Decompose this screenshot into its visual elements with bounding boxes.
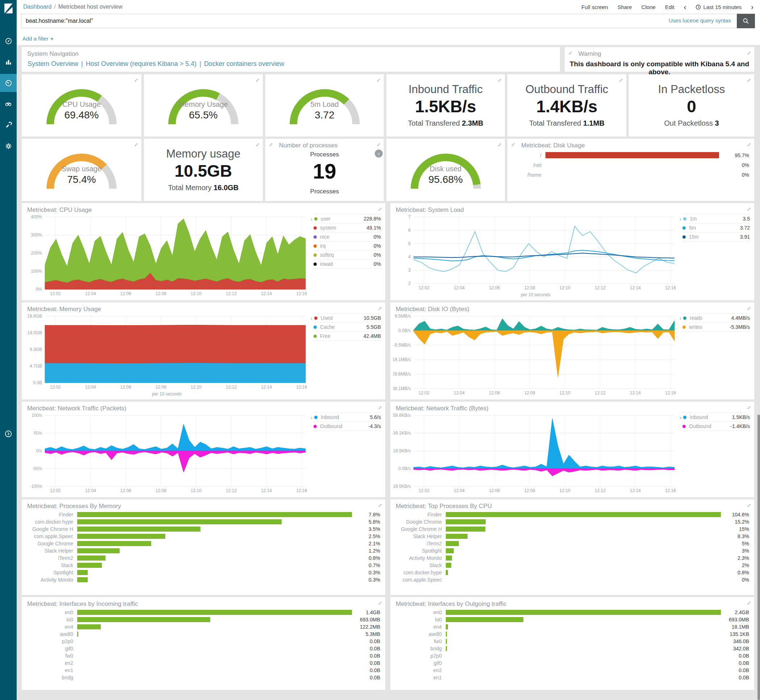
- expand-panel-icon[interactable]: ↕: [133, 77, 139, 83]
- legend-item[interactable]: Free42.4MB: [313, 331, 381, 341]
- edit-button[interactable]: Edit: [665, 4, 674, 10]
- legend-expand-icon[interactable]: ›: [310, 216, 312, 222]
- legend-item[interactable]: nice0%: [313, 232, 381, 241]
- expand-panel-icon[interactable]: ↕: [510, 142, 516, 148]
- legend-item[interactable]: writes-5.3MB/s: [682, 322, 750, 332]
- expand-panel-icon[interactable]: ↕: [746, 600, 752, 606]
- bar: [446, 570, 448, 575]
- add-filter-button[interactable]: Add a filter+: [22, 36, 53, 42]
- nav-link[interactable]: Docker containers overview: [204, 60, 284, 67]
- bar-value: 0.0B: [721, 660, 749, 666]
- nav-link[interactable]: Host Overview (requires Kibana > 5.4): [86, 60, 197, 67]
- legend-value: -1.4KB/s: [730, 423, 750, 429]
- bar-label: en1: [395, 675, 446, 680]
- expand-panel-icon[interactable]: ↕: [497, 142, 503, 148]
- legend-item[interactable]: ›1m3.5: [682, 214, 750, 223]
- legend-expand-icon[interactable]: ›: [680, 414, 682, 420]
- bar-label: Slack: [395, 562, 446, 568]
- bar-value: 5.8%: [352, 519, 380, 525]
- bar: [77, 617, 210, 622]
- bar-track: [446, 661, 721, 666]
- expand-panel-icon[interactable]: ↕: [133, 142, 139, 148]
- bar-row: Activity Monito0.3%: [26, 576, 380, 583]
- bar: [446, 639, 447, 644]
- legend-label: Outbound: [689, 423, 730, 429]
- sidebar-item-timelion[interactable]: [0, 95, 17, 113]
- expand-panel-icon[interactable]: ↕: [376, 77, 382, 83]
- legend-item[interactable]: 5m3.72: [682, 223, 750, 232]
- time-back-button[interactable]: ‹: [684, 3, 686, 11]
- svg-text:12:02: 12:02: [418, 488, 429, 493]
- chart-canvas: 100/s50/s0/s-50/s-100/s12:0212:0412:0612…: [25, 412, 309, 494]
- bar-value: 15%: [721, 526, 749, 532]
- kibana-logo[interactable]: [0, 0, 17, 17]
- legend-item[interactable]: Cache5.5GB: [313, 322, 381, 331]
- legend-item[interactable]: Outbound-4.3/s: [313, 422, 381, 431]
- nav-link[interactable]: System Overview: [28, 60, 78, 67]
- legend-expand-icon[interactable]: ›: [310, 315, 312, 321]
- svg-text:12:14: 12:14: [261, 488, 272, 493]
- search-input[interactable]: [21, 14, 737, 28]
- expand-panel-icon[interactable]: ↕: [746, 405, 752, 411]
- breadcrumb-dashboard-link[interactable]: Dashboard: [23, 4, 52, 10]
- sidebar-item-dashboard[interactable]: [0, 74, 17, 92]
- legend-item[interactable]: ›user228.8%: [313, 214, 381, 223]
- legend-item[interactable]: iowait0%: [313, 259, 381, 269]
- svg-text:12:08: 12:08: [524, 488, 535, 493]
- legend-item[interactable]: irq0%: [313, 241, 381, 250]
- legend-expand-icon[interactable]: ›: [310, 414, 312, 420]
- expand-panel-icon[interactable]: ↕: [376, 142, 382, 148]
- legend-item[interactable]: ›Inbound5.6/s: [313, 412, 381, 422]
- legend-item[interactable]: softirq0%: [313, 250, 381, 259]
- time-picker[interactable]: Last 15 minutes: [696, 4, 741, 10]
- expand-panel-icon[interactable]: ↕: [567, 50, 574, 56]
- expand-panel-icon[interactable]: ↕: [268, 142, 274, 148]
- sidebar-collapse-button[interactable]: [0, 427, 17, 441]
- sidebar-item-discover[interactable]: [0, 32, 17, 50]
- legend-label: Used: [321, 315, 364, 321]
- clone-button[interactable]: Clone: [641, 4, 656, 10]
- scrollbar[interactable]: [757, 415, 760, 700]
- search-button[interactable]: [737, 14, 755, 28]
- legend-item[interactable]: ›reads4.4MB/s: [682, 313, 750, 322]
- sidebar-item-visualize[interactable]: [0, 53, 17, 71]
- svg-text:12:04: 12:04: [454, 488, 465, 493]
- expand-panel-icon[interactable]: ↕: [746, 502, 752, 508]
- legend-item[interactable]: ›Inbound1.5KB/s: [682, 412, 750, 422]
- bar-value: 5.3MB: [352, 631, 380, 637]
- bar-label: en4: [395, 624, 446, 630]
- legend-label: Free: [320, 333, 364, 339]
- expand-panel-icon[interactable]: ↕: [377, 405, 384, 411]
- bar-track: [77, 570, 352, 575]
- panel-system-navigation: System Navigation System Overview|Host O…: [22, 47, 560, 72]
- expand-panel-icon[interactable]: ↕: [746, 206, 752, 212]
- time-forward-button[interactable]: ›: [751, 3, 754, 11]
- svg-text:12:12: 12:12: [595, 391, 606, 395]
- legend-item[interactable]: 15m3.91: [682, 232, 750, 242]
- share-button[interactable]: Share: [617, 4, 632, 10]
- sidebar-item-dev-tools[interactable]: [0, 116, 17, 134]
- legend-item[interactable]: system49.1%: [313, 223, 381, 232]
- bar-label: awdl0: [395, 631, 446, 637]
- full-screen-button[interactable]: Full screen: [581, 4, 608, 10]
- expand-panel-icon[interactable]: ↕: [377, 502, 384, 508]
- bar-label: gif0: [26, 646, 77, 652]
- legend-item[interactable]: ›Used10.5GB: [313, 313, 381, 322]
- bar-label: Spotlight: [395, 548, 446, 554]
- expand-panel-icon[interactable]: ↕: [255, 77, 261, 83]
- svg-text:200%: 200%: [31, 251, 42, 256]
- lucene-syntax-hint[interactable]: Uses lucene query syntax: [669, 17, 731, 23]
- legend-expand-icon[interactable]: ›: [680, 216, 682, 222]
- legend-expand-icon[interactable]: ›: [680, 315, 682, 321]
- expand-panel-icon[interactable]: ↕: [377, 600, 384, 606]
- expand-panel-icon[interactable]: ↕: [377, 305, 384, 311]
- expand-panel-icon[interactable]: ↕: [377, 206, 384, 212]
- expand-panel-icon[interactable]: ↕: [746, 50, 752, 56]
- expand-panel-icon[interactable]: ↕: [746, 142, 752, 148]
- legend-item[interactable]: Outbound-1.4KB/s: [682, 422, 750, 431]
- compass-icon: [5, 37, 13, 45]
- chevron-left-circle-icon[interactable]: ‹: [375, 150, 383, 158]
- svg-text:2: 2: [408, 281, 411, 286]
- expand-panel-icon[interactable]: ↕: [746, 305, 752, 311]
- sidebar-item-management[interactable]: [0, 137, 17, 155]
